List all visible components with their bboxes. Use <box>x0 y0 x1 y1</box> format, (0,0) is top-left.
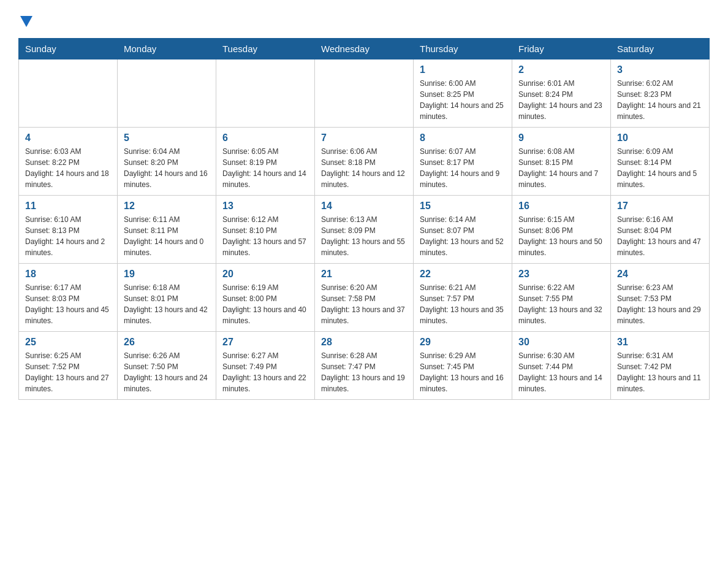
day-info: Sunrise: 6:15 AM Sunset: 8:06 PM Dayligh… <box>518 214 604 258</box>
day-number: 21 <box>321 269 407 280</box>
weekday-header-friday: Friday <box>512 39 611 59</box>
day-info: Sunrise: 6:03 AM Sunset: 8:22 PM Dayligh… <box>25 146 111 190</box>
day-number: 15 <box>420 201 506 212</box>
day-info: Sunrise: 6:01 AM Sunset: 8:24 PM Dayligh… <box>518 78 604 122</box>
day-info: Sunrise: 6:05 AM Sunset: 8:19 PM Dayligh… <box>222 146 308 190</box>
day-number: 18 <box>25 269 111 280</box>
calendar-cell: 10Sunrise: 6:09 AM Sunset: 8:14 PM Dayli… <box>611 128 710 196</box>
day-number: 22 <box>420 269 506 280</box>
day-number: 13 <box>222 201 308 212</box>
calendar-cell: 14Sunrise: 6:13 AM Sunset: 8:09 PM Dayli… <box>315 196 414 264</box>
weekday-header-saturday: Saturday <box>611 39 710 59</box>
calendar-cell: 6Sunrise: 6:05 AM Sunset: 8:19 PM Daylig… <box>216 128 315 196</box>
day-number: 31 <box>617 337 703 348</box>
calendar-cell: 21Sunrise: 6:20 AM Sunset: 7:58 PM Dayli… <box>315 264 414 332</box>
day-number: 19 <box>124 269 210 280</box>
page-header <box>18 12 710 27</box>
day-number: 24 <box>617 269 703 280</box>
day-info: Sunrise: 6:00 AM Sunset: 8:25 PM Dayligh… <box>420 78 506 122</box>
day-number: 2 <box>518 64 604 75</box>
calendar-cell <box>118 59 216 128</box>
day-info: Sunrise: 6:22 AM Sunset: 7:55 PM Dayligh… <box>518 282 604 326</box>
day-info: Sunrise: 6:31 AM Sunset: 7:42 PM Dayligh… <box>617 350 703 394</box>
calendar-cell <box>315 59 414 128</box>
logo <box>18 12 32 27</box>
day-info: Sunrise: 6:09 AM Sunset: 8:14 PM Dayligh… <box>617 146 703 190</box>
weekday-header-wednesday: Wednesday <box>315 39 414 59</box>
day-number: 4 <box>25 132 111 144</box>
calendar-cell: 8Sunrise: 6:07 AM Sunset: 8:17 PM Daylig… <box>414 128 512 196</box>
calendar-cell: 2Sunrise: 6:01 AM Sunset: 8:24 PM Daylig… <box>512 59 611 128</box>
calendar-cell: 19Sunrise: 6:18 AM Sunset: 8:01 PM Dayli… <box>118 264 216 332</box>
calendar-cell: 31Sunrise: 6:31 AM Sunset: 7:42 PM Dayli… <box>611 332 710 400</box>
calendar-cell: 20Sunrise: 6:19 AM Sunset: 8:00 PM Dayli… <box>216 264 315 332</box>
day-number: 29 <box>420 337 506 348</box>
week-row-3: 11Sunrise: 6:10 AM Sunset: 8:13 PM Dayli… <box>19 196 710 264</box>
calendar-cell: 27Sunrise: 6:27 AM Sunset: 7:49 PM Dayli… <box>216 332 315 400</box>
day-number: 28 <box>321 337 407 348</box>
day-number: 7 <box>321 132 407 144</box>
calendar-cell: 25Sunrise: 6:25 AM Sunset: 7:52 PM Dayli… <box>19 332 118 400</box>
day-info: Sunrise: 6:29 AM Sunset: 7:45 PM Dayligh… <box>420 350 506 394</box>
week-row-5: 25Sunrise: 6:25 AM Sunset: 7:52 PM Dayli… <box>19 332 710 400</box>
day-info: Sunrise: 6:21 AM Sunset: 7:57 PM Dayligh… <box>420 282 506 326</box>
day-info: Sunrise: 6:30 AM Sunset: 7:44 PM Dayligh… <box>518 350 604 394</box>
calendar-cell: 7Sunrise: 6:06 AM Sunset: 8:18 PM Daylig… <box>315 128 414 196</box>
weekday-header-sunday: Sunday <box>19 39 118 59</box>
day-info: Sunrise: 6:04 AM Sunset: 8:20 PM Dayligh… <box>124 146 210 190</box>
calendar-cell: 11Sunrise: 6:10 AM Sunset: 8:13 PM Dayli… <box>19 196 118 264</box>
calendar-table: SundayMondayTuesdayWednesdayThursdayFrid… <box>18 38 710 400</box>
day-number: 8 <box>420 132 506 144</box>
week-row-4: 18Sunrise: 6:17 AM Sunset: 8:03 PM Dayli… <box>19 264 710 332</box>
day-number: 3 <box>617 64 703 75</box>
day-number: 14 <box>321 201 407 212</box>
day-info: Sunrise: 6:12 AM Sunset: 8:10 PM Dayligh… <box>222 214 308 258</box>
weekday-header-monday: Monday <box>118 39 216 59</box>
day-info: Sunrise: 6:08 AM Sunset: 8:15 PM Dayligh… <box>518 146 604 190</box>
calendar-cell: 22Sunrise: 6:21 AM Sunset: 7:57 PM Dayli… <box>414 264 512 332</box>
day-info: Sunrise: 6:16 AM Sunset: 8:04 PM Dayligh… <box>617 214 703 258</box>
calendar-cell: 13Sunrise: 6:12 AM Sunset: 8:10 PM Dayli… <box>216 196 315 264</box>
calendar-cell: 12Sunrise: 6:11 AM Sunset: 8:11 PM Dayli… <box>118 196 216 264</box>
calendar-cell: 18Sunrise: 6:17 AM Sunset: 8:03 PM Dayli… <box>19 264 118 332</box>
day-info: Sunrise: 6:10 AM Sunset: 8:13 PM Dayligh… <box>25 214 111 258</box>
day-info: Sunrise: 6:14 AM Sunset: 8:07 PM Dayligh… <box>420 214 506 258</box>
day-number: 6 <box>222 132 308 144</box>
day-number: 12 <box>124 201 210 212</box>
day-number: 20 <box>222 269 308 280</box>
day-info: Sunrise: 6:23 AM Sunset: 7:53 PM Dayligh… <box>617 282 703 326</box>
calendar-cell: 1Sunrise: 6:00 AM Sunset: 8:25 PM Daylig… <box>414 59 512 128</box>
day-number: 26 <box>124 337 210 348</box>
day-info: Sunrise: 6:13 AM Sunset: 8:09 PM Dayligh… <box>321 214 407 258</box>
day-number: 27 <box>222 337 308 348</box>
day-number: 25 <box>25 337 111 348</box>
calendar-cell: 5Sunrise: 6:04 AM Sunset: 8:20 PM Daylig… <box>118 128 216 196</box>
calendar-cell: 3Sunrise: 6:02 AM Sunset: 8:23 PM Daylig… <box>611 59 710 128</box>
day-info: Sunrise: 6:11 AM Sunset: 8:11 PM Dayligh… <box>124 214 210 258</box>
day-number: 23 <box>518 269 604 280</box>
day-info: Sunrise: 6:19 AM Sunset: 8:00 PM Dayligh… <box>222 282 308 326</box>
calendar-cell: 9Sunrise: 6:08 AM Sunset: 8:15 PM Daylig… <box>512 128 611 196</box>
day-number: 1 <box>420 64 506 75</box>
day-number: 17 <box>617 201 703 212</box>
day-info: Sunrise: 6:28 AM Sunset: 7:47 PM Dayligh… <box>321 350 407 394</box>
calendar-cell: 17Sunrise: 6:16 AM Sunset: 8:04 PM Dayli… <box>611 196 710 264</box>
day-info: Sunrise: 6:06 AM Sunset: 8:18 PM Dayligh… <box>321 146 407 190</box>
day-number: 5 <box>124 132 210 144</box>
svg-marker-0 <box>20 16 32 27</box>
calendar-cell: 29Sunrise: 6:29 AM Sunset: 7:45 PM Dayli… <box>414 332 512 400</box>
day-info: Sunrise: 6:25 AM Sunset: 7:52 PM Dayligh… <box>25 350 111 394</box>
calendar-cell: 30Sunrise: 6:30 AM Sunset: 7:44 PM Dayli… <box>512 332 611 400</box>
day-info: Sunrise: 6:02 AM Sunset: 8:23 PM Dayligh… <box>617 78 703 122</box>
week-row-2: 4Sunrise: 6:03 AM Sunset: 8:22 PM Daylig… <box>19 128 710 196</box>
day-number: 16 <box>518 201 604 212</box>
day-info: Sunrise: 6:27 AM Sunset: 7:49 PM Dayligh… <box>222 350 308 394</box>
calendar-cell: 4Sunrise: 6:03 AM Sunset: 8:22 PM Daylig… <box>19 128 118 196</box>
day-number: 11 <box>25 201 111 212</box>
day-info: Sunrise: 6:07 AM Sunset: 8:17 PM Dayligh… <box>420 146 506 190</box>
day-info: Sunrise: 6:26 AM Sunset: 7:50 PM Dayligh… <box>124 350 210 394</box>
calendar-cell: 28Sunrise: 6:28 AM Sunset: 7:47 PM Dayli… <box>315 332 414 400</box>
day-info: Sunrise: 6:20 AM Sunset: 7:58 PM Dayligh… <box>321 282 407 326</box>
day-info: Sunrise: 6:18 AM Sunset: 8:01 PM Dayligh… <box>124 282 210 326</box>
calendar-cell: 15Sunrise: 6:14 AM Sunset: 8:07 PM Dayli… <box>414 196 512 264</box>
